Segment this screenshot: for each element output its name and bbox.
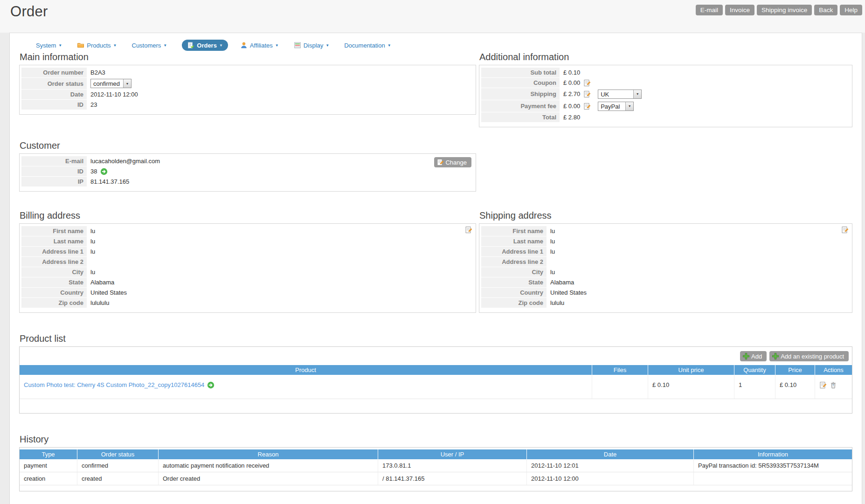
- billing-country-label: Country: [21, 288, 87, 297]
- shipping-city-row: City lu: [481, 267, 850, 277]
- nav-item-products[interactable]: Products ▼: [77, 41, 117, 49]
- billing-address1-row: Address line 1 lu: [21, 247, 473, 256]
- customer-email-value: lucacaholden@gmail.com: [87, 158, 160, 165]
- goto-customer-arrow-icon[interactable]: [100, 168, 108, 175]
- customer-heading: Customer: [20, 140, 476, 151]
- billing-address2-label: Address line 2: [21, 257, 87, 267]
- total-row: Total £ 2.80: [481, 112, 850, 122]
- billing-zip-value: lulululu: [87, 299, 109, 306]
- billing-first-name-row: First name lu: [21, 226, 473, 236]
- shipping-invoice-button[interactable]: Shipping invoice: [757, 5, 812, 15]
- main-information-panel: Order number B2A3 Order status confirmed…: [19, 65, 476, 115]
- shipping-state-label: State: [481, 277, 547, 287]
- product-list-section: Product list Add Add an existing product…: [19, 333, 852, 414]
- edit-payment-fee-icon[interactable]: [583, 103, 591, 110]
- order-number-value: B2A3: [87, 69, 105, 76]
- billing-address1-value: lu: [87, 248, 95, 255]
- product-quantity-cell: 1: [734, 375, 775, 399]
- info-section: Main information Order number B2A3 Order…: [19, 52, 852, 127]
- product-list-footer: [20, 399, 852, 413]
- nav-label-documentation: Documentation: [344, 42, 385, 49]
- shipping-first-name-row: First name lu: [481, 226, 850, 236]
- payment-fee-label: Payment fee: [481, 100, 560, 112]
- billing-address2-row: Address line 2: [21, 257, 473, 267]
- order-status-select[interactable]: confirmed ▼: [90, 79, 131, 88]
- folder-icon: [77, 41, 84, 49]
- page-title: Order: [10, 3, 48, 21]
- reason-column-header: Reason: [158, 449, 378, 459]
- billing-state-value: Alabama: [87, 279, 114, 286]
- nav-item-customers[interactable]: Customers ▼: [132, 42, 167, 49]
- nav-label-orders: Orders: [197, 42, 217, 49]
- history-heading: History: [20, 434, 852, 445]
- history-type-cell: payment: [20, 459, 77, 472]
- product-table-row: Custom Photo test: Cherry 4S Custom Phot…: [20, 375, 852, 399]
- edit-shipping-icon[interactable]: [583, 90, 591, 98]
- total-value: £ 2.80: [560, 114, 580, 121]
- shipping-label: Shipping: [481, 88, 560, 100]
- date-value: 2012-11-10 12:00: [87, 91, 138, 98]
- goto-product-arrow-icon[interactable]: [207, 381, 215, 389]
- nav-item-system[interactable]: System ▼: [36, 42, 62, 49]
- history-row-payment: payment confirmed automatic payment noti…: [20, 459, 852, 472]
- change-customer-button[interactable]: Change: [434, 157, 471, 167]
- order-number-label: Order number: [21, 68, 87, 77]
- order-status-row: Order status confirmed ▼: [21, 78, 473, 89]
- history-date-cell: 2012-11-10 12:01: [526, 459, 693, 472]
- payment-method-select[interactable]: PayPal ▼: [598, 102, 634, 111]
- shipping-state-value: Alabama: [547, 279, 574, 286]
- billing-state-label: State: [21, 277, 87, 287]
- edit-coupon-icon[interactable]: [583, 79, 591, 87]
- edit-shipping-address-icon[interactable]: [841, 226, 849, 234]
- shipping-state-row: State Alabama: [481, 277, 850, 287]
- history-panel: Type Order status Reason User / IP Date …: [19, 447, 852, 491]
- back-button[interactable]: Back: [814, 5, 837, 15]
- add-existing-product-button[interactable]: Add an existing product: [769, 351, 849, 361]
- display-icon: [294, 41, 301, 49]
- coupon-label: Coupon: [481, 78, 560, 88]
- history-table-header: Type Order status Reason User / IP Date …: [20, 449, 852, 459]
- order-id-value: 23: [87, 101, 97, 108]
- add-product-button[interactable]: Add: [740, 351, 767, 361]
- shipping-country-select[interactable]: UK ▼: [598, 90, 642, 99]
- main-nav: System ▼ Products ▼ Customers ▼ Orders ▼…: [19, 39, 852, 52]
- chevron-down-icon: ▼: [219, 43, 223, 48]
- plus-icon: [742, 352, 750, 360]
- page-header: Order E-mail Invoice Shipping invoice Ba…: [0, 0, 865, 33]
- shipping-last-name-row: Last name lu: [481, 236, 850, 246]
- chevron-down-icon: ▼: [163, 43, 167, 48]
- delete-product-trash-icon[interactable]: [830, 381, 837, 389]
- orders-icon: [187, 41, 194, 49]
- product-link[interactable]: Custom Photo test: Cherry 4S Custom Phot…: [24, 381, 204, 388]
- nav-item-display[interactable]: Display ▼: [294, 41, 330, 49]
- customer-id-label: ID: [21, 166, 87, 176]
- coupon-row: Coupon £ 0.00: [481, 78, 850, 88]
- shipping-city-value: lu: [547, 269, 555, 276]
- edit-product-icon[interactable]: [819, 381, 827, 389]
- customer-panel: E-mail lucacaholden@gmail.com ID 38 IP 8…: [19, 153, 476, 192]
- additional-information-panel: Sub total £ 0.10 Coupon £ 0.00 Shipping …: [479, 65, 852, 127]
- order-number-row: Order number B2A3: [21, 68, 473, 77]
- history-status-cell: created: [77, 472, 158, 485]
- nav-item-orders[interactable]: Orders ▼: [182, 40, 228, 51]
- invoice-button[interactable]: Invoice: [725, 5, 754, 15]
- nav-label-customers: Customers: [132, 42, 161, 49]
- billing-country-row: Country United States: [21, 288, 473, 297]
- edit-billing-address-icon[interactable]: [465, 226, 472, 234]
- nav-item-affiliates[interactable]: Affiliates ▼: [240, 41, 279, 49]
- product-column-header: Product: [20, 365, 592, 375]
- chevron-down-icon: ▼: [123, 79, 131, 88]
- nav-label-system: System: [36, 42, 56, 49]
- payment-fee-row: Payment fee £ 0.00 PayPal ▼: [481, 100, 850, 112]
- email-button[interactable]: E-mail: [696, 5, 723, 15]
- shipping-city-label: City: [481, 267, 547, 277]
- product-files-cell: [592, 375, 648, 399]
- shipping-country-value: United States: [547, 289, 587, 296]
- history-status-cell: confirmed: [77, 459, 158, 472]
- order-id-row: ID 23: [21, 100, 473, 110]
- order-status-column-header: Order status: [77, 449, 158, 459]
- help-button[interactable]: Help: [840, 5, 862, 15]
- nav-item-documentation[interactable]: Documentation ▼: [344, 42, 391, 49]
- main-information-heading: Main information: [20, 52, 476, 62]
- shipping-value: £ 2.70: [563, 90, 580, 97]
